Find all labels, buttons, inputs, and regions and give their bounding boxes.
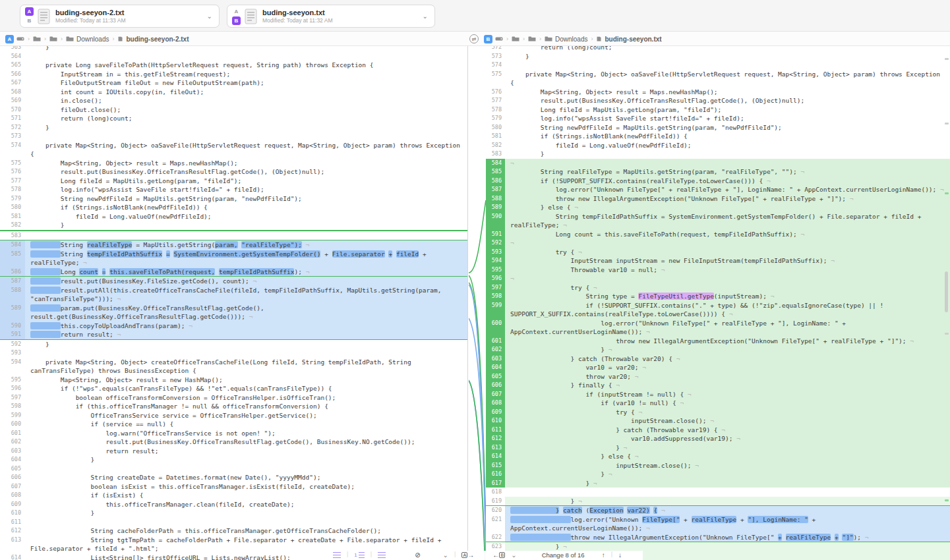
code-row[interactable]: 612 var10.addSuppressed(var19); ¬	[486, 434, 950, 443]
copy-a-to-right-icon[interactable]: A→	[461, 551, 474, 559]
code-row[interactable]: 566 InputStream in = this.getFileStream(…	[0, 70, 467, 79]
code-row[interactable]: 588 throw new IllegalArgumentException("…	[486, 194, 950, 204]
code-row[interactable]: 568 int count = IOUtils.copy(in, fileOut…	[0, 88, 467, 97]
code-row[interactable]: 584¬	[486, 159, 950, 168]
code-row[interactable]: 590 String tempFileIdPathSuffix = System…	[486, 212, 950, 230]
next-change-icon[interactable]: ↓	[618, 551, 622, 559]
code-row[interactable]: 600 log.error("Unknown FileType[" + real…	[486, 319, 950, 337]
code-row[interactable]: 587 log.error("Unknown FileType[" + real…	[486, 185, 950, 194]
code-row[interactable]: 608 if (var10 != null) { ¬	[486, 399, 950, 408]
code-row[interactable]: 616 } ¬	[486, 470, 950, 479]
code-row[interactable]: 604 }	[0, 455, 467, 464]
previous-change-icon[interactable]: ↑	[602, 551, 605, 559]
code-row[interactable]: 579 log.info("wpsAssist SaveFile start!f…	[486, 114, 950, 123]
breadcrumb-downloads[interactable]: Downloads	[76, 36, 109, 43]
code-row[interactable]: 593 try { ¬	[486, 248, 950, 257]
code-row[interactable]: 586 Long count = this.saveFileToPath(req…	[0, 267, 467, 277]
code-row[interactable]: 573	[0, 132, 467, 141]
hard-drive-icon[interactable]	[16, 36, 24, 42]
code-row[interactable]: 582 fileId = Long.valueOf(newPdfFileId);	[486, 141, 950, 150]
code-row[interactable]: 583 }	[486, 150, 950, 159]
chevron-down-icon[interactable]: ⌄	[443, 551, 448, 559]
breadcrumb-file-b[interactable]: buding-seeyon.txt	[605, 36, 661, 43]
wrap-lines-icon[interactable]	[333, 551, 341, 559]
edge-change-tick[interactable]	[945, 58, 949, 60]
code-row[interactable]: 599 OfficeTransService service = OfficeT…	[0, 411, 467, 420]
line-numbers-icon[interactable]: 1	[354, 551, 364, 559]
code-row[interactable]: 599 if (!SUPPORT_SUFFIX.contains("." + t…	[486, 301, 950, 319]
pane-a-code[interactable]: 563 }564565 private Long saveFileToPath(…	[0, 46, 468, 560]
code-row[interactable]: 586 if (!SUPPORT_SUFFIX.contains(realFil…	[486, 177, 950, 186]
hard-drive-icon[interactable]	[495, 36, 503, 42]
code-row[interactable]: 597 try { ¬	[486, 283, 950, 293]
code-row[interactable]: 581 if (Strings.isNotBlank(newPdfFileId)…	[486, 132, 950, 141]
edge-change-tick[interactable]	[945, 499, 949, 501]
code-row[interactable]: 579 String newPdfFileId = MapUtils.getSt…	[0, 194, 467, 204]
code-row[interactable]: 603 return result;	[0, 447, 467, 456]
code-row[interactable]: 613 } ¬	[486, 443, 950, 453]
code-row[interactable]: 581 fileId = Long.valueOf(newPdfFileId);	[0, 212, 467, 221]
code-row[interactable]: 596¬	[486, 274, 950, 283]
code-row[interactable]: 589 } else { ¬	[486, 203, 950, 212]
swap-sides-icon[interactable]: ⇄	[469, 34, 479, 43]
code-row[interactable]: 619 } ¬	[486, 497, 950, 506]
code-row[interactable]: 578 Long fileId = MapUtils.getLong(param…	[486, 105, 950, 115]
code-row[interactable]: 596 if (!"wps".equals(canTransFileType) …	[0, 384, 467, 393]
breadcrumb-file-a[interactable]: buding-seeyon-2.txt	[126, 36, 189, 43]
code-row[interactable]: 585 String tempFileIdPathSuffix = System…	[0, 250, 467, 267]
code-row[interactable]: 609 this.officeTransManager.clean(fileId…	[0, 500, 467, 509]
code-row[interactable]: 623 } ¬	[486, 542, 950, 551]
edge-change-tick[interactable]	[945, 123, 949, 125]
code-row[interactable]: 589 param.put(BusinessKey.OfficeTransRes…	[0, 304, 467, 322]
edge-change-tick[interactable]	[945, 333, 949, 335]
code-row[interactable]: 602 } ¬	[486, 345, 950, 354]
code-row[interactable]: 618	[486, 488, 950, 497]
code-row[interactable]: 598 if (this.officeTransManager != null …	[0, 402, 467, 411]
code-row[interactable]: 610 inputStream.close(); ¬	[486, 416, 950, 426]
exclude-changes-icon[interactable]: ⊘	[415, 551, 420, 559]
file-card-b[interactable]: A B buding-seeyon.txt Modified: Today at…	[227, 5, 435, 28]
chevron-down-icon[interactable]: ⌄	[511, 551, 516, 559]
code-row[interactable]: 611 } catch (Throwable var19) { ¬	[486, 426, 950, 435]
code-row[interactable]: 592¬	[486, 238, 950, 248]
block-view-icon[interactable]	[378, 551, 386, 559]
code-row[interactable]: 585 String realFileType = MapUtils.getSt…	[486, 167, 950, 177]
code-row[interactable]: 590 this.copyToUploadAndTrans(param); ¬	[0, 322, 467, 331]
code-row[interactable]: 574 private Map<String, Object> oaSaveFi…	[0, 141, 467, 159]
copy-left-to-b-icon[interactable]: ←B	[492, 551, 505, 559]
folder-icon[interactable]	[512, 36, 520, 42]
code-row[interactable]: 572 }	[0, 123, 467, 132]
code-row[interactable]: 591 Long count = this.saveFileToPath(req…	[486, 230, 950, 239]
code-row[interactable]: 583	[0, 231, 467, 240]
code-row[interactable]: 563 }	[0, 46, 467, 52]
code-row[interactable]: 607 boolean isExist = this.officeTransMa…	[0, 482, 467, 491]
code-row[interactable]: 607 if (inputStream != null) { ¬	[486, 390, 950, 399]
code-row[interactable]: 578 log.info("wpsAssist SaveFile start!f…	[0, 185, 467, 194]
code-row[interactable]: 608 if (isExist) {	[0, 491, 467, 500]
code-row[interactable]: 614 } else { ¬	[486, 452, 950, 461]
file-card-a[interactable]: A B buding-seeyon-2.txt Modified: Today …	[20, 5, 220, 28]
code-row[interactable]: 584 String realFileType = MapUtils.getSt…	[0, 240, 467, 250]
edge-change-tick[interactable]	[945, 192, 949, 194]
code-row[interactable]: 611	[0, 518, 467, 527]
folder-icon[interactable]	[49, 36, 57, 42]
code-row[interactable]: 598 String type = FileTypeUtil.getType(i…	[486, 292, 950, 301]
code-row[interactable]: 565 private Long saveFileToPath(HttpServ…	[0, 61, 467, 70]
pane-b-code[interactable]: 572 return (long)count;573 }574575 priva…	[486, 46, 950, 560]
code-row[interactable]: 577 Long fileId = MapUtils.getLong(param…	[0, 177, 467, 186]
folder-icon[interactable]	[66, 36, 74, 42]
code-row[interactable]: 605 throw var20; ¬	[486, 372, 950, 381]
chevron-down-icon[interactable]: ⌄	[207, 13, 212, 20]
code-row[interactable]: 602 result.put(BusinessKey.OfficeTransRe…	[0, 437, 467, 447]
scrollbar-thumb[interactable]	[945, 271, 948, 312]
code-row[interactable]: 622 throw new IllegalArgumentException("…	[486, 533, 950, 543]
code-row[interactable]: 606 } finally { ¬	[486, 381, 950, 390]
code-row[interactable]: 600 if (service == null) {	[0, 420, 467, 429]
chevron-down-icon[interactable]: ⌄	[423, 13, 428, 20]
folder-icon[interactable]	[545, 36, 552, 42]
code-row[interactable]: 597 boolean officeTransformConversion = …	[0, 393, 467, 403]
code-row[interactable]: 573 }	[486, 52, 950, 61]
code-row[interactable]: 580 if (Strings.isNotBlank(newPdfFileId)…	[0, 203, 467, 212]
code-row[interactable]: 606 String createDate = Datetimes.format…	[0, 473, 467, 482]
code-row[interactable]: 575 Map<String, Object> result = Maps.ne…	[0, 159, 467, 168]
